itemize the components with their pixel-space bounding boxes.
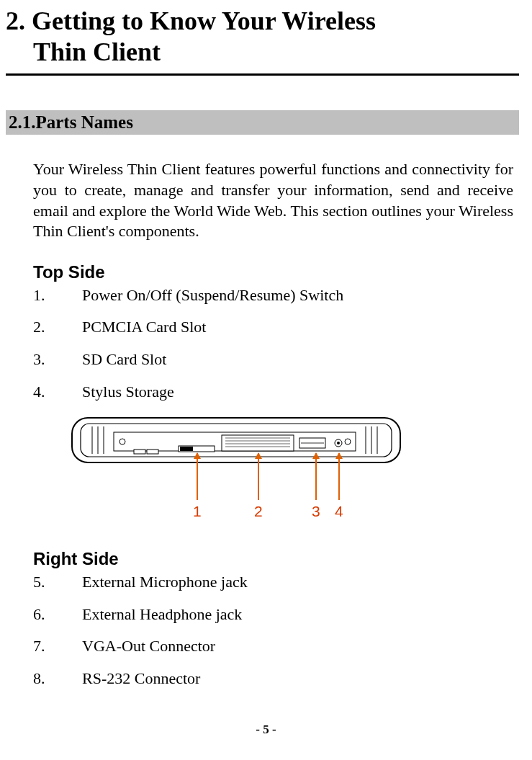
item-number: 4. [33, 382, 82, 403]
page-number: - 5 - [0, 723, 532, 737]
callout-arrow-2 [258, 453, 259, 500]
item-number: 6. [33, 604, 82, 625]
chapter-title-line1: 2. Getting to Know Your Wireless [6, 6, 376, 35]
list-item: 2. PCMCIA Card Slot [33, 317, 519, 338]
svg-rect-12 [180, 447, 193, 451]
list-item: 8. RS-232 Connector [33, 669, 519, 689]
svg-point-10 [345, 439, 351, 444]
callout-arrow-4 [338, 453, 340, 500]
top-side-list: 1. Power On/Off (Suspend/Resume) Switch … [33, 285, 519, 402]
svg-point-21 [337, 442, 340, 444]
top-side-heading: Top Side [33, 262, 519, 282]
svg-rect-22 [134, 450, 145, 454]
callout-arrow-3 [315, 453, 317, 500]
item-text: VGA-Out Connector [82, 636, 215, 657]
callout-arrow-1 [197, 453, 198, 500]
item-number: 7. [33, 636, 82, 657]
item-text: External Microphone jack [82, 572, 248, 593]
item-text: PCMCIA Card Slot [82, 317, 206, 338]
chapter-title-line2: Thin Client [6, 37, 161, 66]
svg-point-9 [120, 439, 125, 444]
item-text: Power On/Off (Suspend/Resume) Switch [82, 285, 343, 306]
callout-number-2: 2 [254, 503, 263, 520]
right-side-heading: Right Side [33, 549, 519, 569]
chapter-title: 2. Getting to Know Your Wireless Thin Cl… [6, 6, 519, 76]
list-item: 1. Power On/Off (Suspend/Resume) Switch [33, 285, 519, 306]
item-number: 3. [33, 349, 82, 370]
item-number: 1. [33, 285, 82, 306]
list-item: 6. External Headphone jack [33, 604, 519, 625]
callout-number-1: 1 [193, 503, 202, 520]
list-item: 5. External Microphone jack [33, 572, 519, 593]
list-item: 4. Stylus Storage [33, 382, 519, 403]
right-side-list: 5. External Microphone jack 6. External … [33, 572, 519, 689]
item-text: External Headphone jack [82, 604, 242, 625]
item-number: 8. [33, 669, 82, 689]
device-diagram: 1 2 3 4 [71, 413, 416, 529]
item-text: Stylus Storage [82, 382, 174, 403]
item-text: SD Card Slot [82, 349, 166, 370]
item-text: RS-232 Connector [82, 669, 200, 689]
item-number: 5. [33, 572, 82, 593]
intro-paragraph: Your Wireless Thin Client features power… [33, 159, 513, 241]
device-top-illustration [71, 413, 402, 471]
item-number: 2. [33, 317, 82, 338]
list-item: 7. VGA-Out Connector [33, 636, 519, 657]
list-item: 3. SD Card Slot [33, 349, 519, 370]
svg-rect-23 [147, 450, 158, 454]
callout-number-3: 3 [312, 503, 320, 520]
callout-number-4: 4 [335, 503, 343, 520]
svg-rect-13 [222, 435, 294, 451]
section-header: 2.1.Parts Names [6, 110, 519, 135]
